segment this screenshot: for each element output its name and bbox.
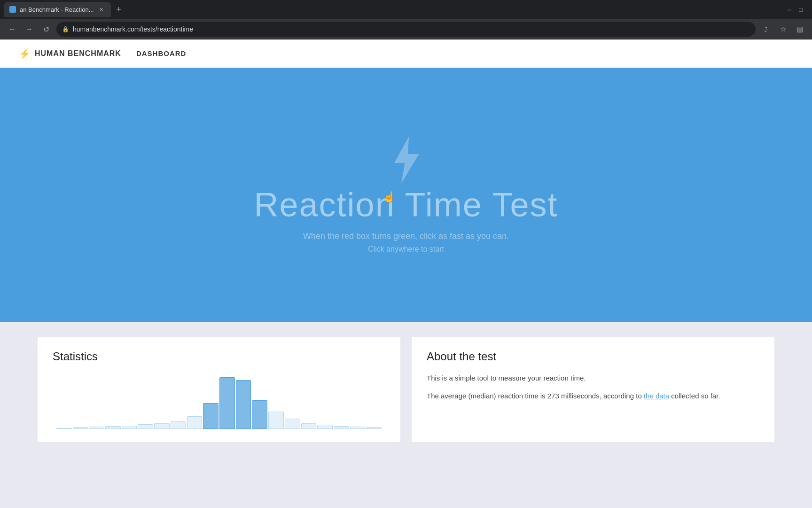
chart-bar-wrap [285,419,300,429]
forward-button[interactable]: → [23,23,36,36]
tab-title: an Benchmark - Reaction... [20,6,94,13]
chart-bar-wrap [105,426,121,429]
chart-bar [219,377,235,429]
chart-bar [171,421,186,429]
active-tab[interactable]: an Benchmark - Reaction... ✕ [4,2,111,17]
chart-bar [187,416,203,429]
about-paragraph-1: This is a simple tool to measure your re… [427,373,759,384]
browser-chrome: an Benchmark - Reaction... ✕ + ─ □ ← → ↺… [0,0,812,40]
chart-bar-wrap [219,377,235,429]
new-tab-button[interactable]: + [113,3,125,16]
chart-bar-wrap [138,424,153,429]
hero-section[interactable]: Reaction Time Test When the red box turn… [0,68,812,322]
chart-bar-wrap [122,426,137,429]
page-navigation: ⚡ HUMAN BENCHMARK DASHBOARD [0,40,812,68]
back-button[interactable]: ← [6,23,19,36]
chart-bar-wrap [154,423,170,429]
logo-text: HUMAN BENCHMARK [35,49,121,58]
chart-bar-wrap [236,380,251,429]
statistics-chart [53,373,385,429]
chart-bar [285,419,300,429]
chart-bar [268,412,284,429]
chart-bar [252,400,267,429]
chart-bar [138,424,153,429]
cards-section: Statistics About the test This is a simp… [0,322,812,457]
chart-bar-wrap [366,427,382,429]
chart-bar-wrap [317,425,333,429]
address-bar[interactable]: 🔒 humanbenchmark.com/tests/reactiontime [56,22,756,37]
window-minimize[interactable]: ─ [787,6,791,13]
the-data-link[interactable]: the data [644,392,669,400]
chart-bar-wrap [350,427,366,429]
chart-bar-wrap [252,400,267,429]
about-text-2: The average (median) reaction time is 27… [427,392,642,400]
chart-bar [301,423,317,429]
sidebar-button[interactable]: ▤ [793,23,806,36]
svg-marker-0 [394,136,419,183]
share-button[interactable]: ⤴ [759,23,773,36]
chart-bar-wrap [73,427,88,429]
about-title: About the test [427,350,759,363]
lightning-icon [387,136,425,185]
chart-bar [105,426,121,429]
chart-bar-wrap [56,428,72,429]
tab-close-button[interactable]: ✕ [98,6,105,13]
statistics-title: Statistics [53,350,385,363]
chart-bar [236,380,251,429]
chart-bar-wrap [187,416,203,429]
chart-bar [334,426,349,429]
about-text-2-end: collected so far. [671,392,720,400]
url-text: humanbenchmark.com/tests/reactiontime [73,25,193,33]
chart-bar [122,426,137,429]
chart-bar [203,403,219,429]
chart-bar-wrap [301,423,317,429]
lock-icon: 🔒 [62,26,69,32]
chart-bar [89,427,104,429]
chart-bar [56,428,72,429]
chart-bar [350,427,366,429]
chart-bar [366,427,382,429]
bookmark-button[interactable]: ☆ [776,23,789,36]
chart-bar-wrap [171,421,186,429]
browser-toolbar: ← → ↺ 🔒 humanbenchmark.com/tests/reactio… [0,19,812,40]
chart-bar [154,423,170,429]
reload-button[interactable]: ↺ [39,23,53,36]
window-controls: ─ □ [787,6,808,13]
about-paragraph-2: The average (median) reaction time is 27… [427,390,759,402]
chart-bar [317,425,333,429]
about-card: About the test This is a simple tool to … [412,337,774,442]
dashboard-link[interactable]: DASHBOARD [136,49,187,57]
chart-bar [73,427,88,429]
statistics-card: Statistics [38,337,400,442]
toolbar-actions: ⤴ ☆ ▤ [759,23,806,36]
hero-title: Reaction Time Test [254,185,558,224]
hero-cta: Click anywhere to start [368,245,444,254]
logo-icon: ⚡ [19,48,31,59]
chart-bar-wrap [334,426,349,429]
tab-favicon [9,6,16,13]
window-maximize[interactable]: □ [799,6,803,13]
chart-bar-wrap [268,412,284,429]
nav-logo[interactable]: ⚡ HUMAN BENCHMARK [19,48,121,59]
tab-bar: an Benchmark - Reaction... ✕ + ─ □ [0,0,812,19]
chart-bar-wrap [203,403,219,429]
hero-subtitle: When the red box turns green, click as f… [303,231,509,241]
chart-bar-wrap [89,427,104,429]
